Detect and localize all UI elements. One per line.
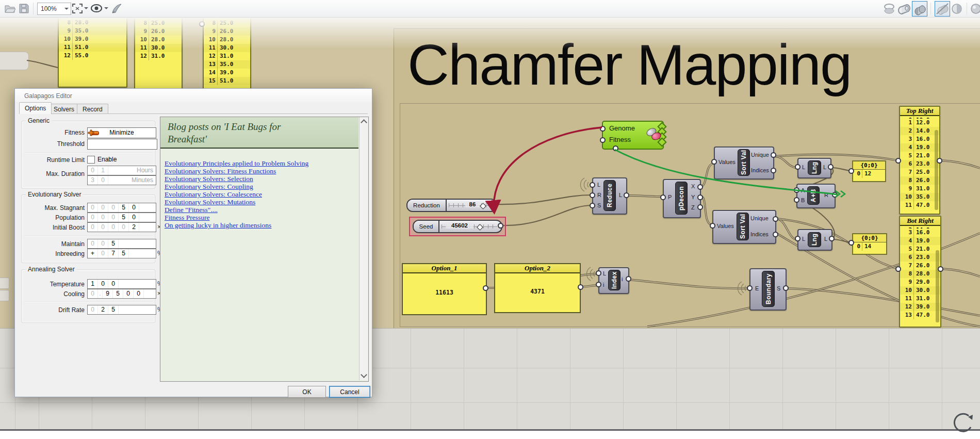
port-dot[interactable] — [613, 145, 618, 151]
port-dot[interactable] — [697, 204, 703, 210]
cancel-button[interactable]: Cancel — [329, 386, 370, 398]
eye-icon[interactable] — [90, 4, 103, 13]
scrollbar[interactable] — [359, 117, 368, 380]
port-dot[interactable] — [493, 202, 498, 207]
port-dot[interactable] — [590, 182, 595, 188]
port-dot[interactable] — [771, 152, 776, 158]
mini-panel[interactable]: {0;0} 014 — [852, 233, 887, 255]
port-dot[interactable] — [832, 192, 838, 198]
pen-icon[interactable] — [110, 3, 123, 15]
cooling-field[interactable]: 0.9500 — [87, 289, 156, 299]
port-dot[interactable] — [783, 285, 789, 291]
sortval2-node[interactable]: Values Sort Val Unique Indices — [712, 210, 776, 244]
chevron-down-icon[interactable] — [84, 7, 88, 11]
port-dot[interactable] — [848, 168, 854, 174]
port-dot[interactable] — [600, 137, 606, 143]
preview-off-icon[interactable] — [883, 3, 895, 14]
data-panel[interactable]: 828.0935.01039.01151.01255.0 — [58, 17, 127, 88]
reduce-node[interactable]: L R S Reduce L — [592, 177, 627, 215]
tab-options[interactable]: Options — [19, 102, 52, 114]
port-dot[interactable] — [697, 184, 703, 190]
data-panel[interactable]: 825.0926.01028.01130.01231.01335.01439.0… — [203, 17, 251, 91]
blog-link[interactable]: Evolutionary Principles applied to Probl… — [165, 159, 308, 167]
maintain-field[interactable]: 005 — [87, 239, 156, 249]
port-dot[interactable] — [578, 284, 583, 290]
minutes-field[interactable]: 30Minutes — [87, 175, 156, 185]
galapagos-node[interactable]: Genome Fitness — [602, 121, 664, 150]
blog-link[interactable]: Evolutionary Solvers: Fitness Functions — [165, 167, 308, 175]
port-dot[interactable] — [895, 266, 901, 272]
port-dot[interactable] — [895, 158, 901, 164]
port-dot[interactable] — [199, 21, 205, 27]
port-dot[interactable] — [773, 232, 778, 237]
port-dot[interactable] — [483, 285, 488, 291]
blog-link[interactable]: Evolutionary Solvers: Coalescence — [165, 190, 308, 198]
port-dot[interactable] — [710, 223, 715, 229]
sortval1-node[interactable]: Values Sort Val Unique Indices — [714, 147, 774, 180]
enable-checkbox[interactable] — [87, 156, 95, 164]
preview-sphere-icon[interactable] — [970, 3, 980, 14]
lng2-node[interactable]: L Lng L — [797, 229, 832, 251]
port-dot[interactable] — [937, 158, 942, 164]
tab-record[interactable]: Record — [77, 104, 108, 114]
galapagos-editor-dialog[interactable]: Galapagos Editor Options Solvers Record … — [14, 88, 372, 397]
ok-button[interactable]: OK — [288, 386, 326, 398]
port-dot[interactable] — [848, 240, 854, 246]
panel-scroll-strip[interactable] — [935, 130, 938, 210]
preview-halfsphere-icon[interactable] — [951, 3, 962, 14]
port-dot[interactable] — [590, 192, 595, 198]
port-dot[interactable] — [794, 197, 799, 203]
port-dot[interactable] — [498, 223, 503, 229]
panel-scroll-strip[interactable] — [936, 250, 939, 322]
port-dot[interactable] — [828, 164, 834, 170]
blog-link[interactable]: On getting lucky in higher dimensions — [165, 221, 308, 229]
temperature-field[interactable]: 100 — [87, 279, 156, 289]
max-stagnant-field[interactable]: 00050 — [87, 203, 156, 213]
boundary-node[interactable]: E Boundary S — [749, 268, 787, 311]
port-dot[interactable] — [794, 187, 799, 193]
reduction-slider[interactable]: Reduction 86 — [406, 199, 497, 212]
save-icon[interactable] — [19, 3, 29, 13]
port-dot[interactable] — [596, 270, 601, 276]
port-dot[interactable] — [771, 168, 776, 173]
scroll-down-icon[interactable] — [361, 371, 367, 378]
port-dot[interactable] — [795, 236, 801, 241]
scroll-up-icon[interactable] — [361, 119, 367, 126]
blog-link[interactable]: Define "Fitness".... — [165, 206, 308, 214]
pdecon-node[interactable]: P pDecon X Y Z — [663, 179, 701, 218]
threshold-input[interactable] — [87, 139, 157, 150]
port-dot[interactable] — [600, 126, 606, 132]
top-right-panel[interactable]: Top Right 010.0 112.0214.0316.0419.0521.… — [899, 106, 940, 215]
lng1-node[interactable]: L Lng L — [797, 158, 831, 178]
index-node[interactable]: L i Index i — [598, 267, 629, 294]
dialog-titlebar[interactable]: Galapagos Editor — [15, 89, 372, 102]
zoom-extents-icon[interactable] — [72, 4, 83, 13]
option2-panel[interactable]: Option_2 4371 — [494, 263, 581, 313]
blog-link[interactable]: Evolutionary Solvers: Coupling — [165, 183, 308, 190]
bot-right-panel[interactable]: Bot Right 214.0 316.0419.0521.0623.0726.… — [899, 216, 941, 328]
port-dot[interactable] — [596, 282, 601, 287]
port-dot[interactable] — [590, 203, 595, 208]
fitness-control[interactable]: Minimize — [87, 127, 156, 138]
preview-wireframe-icon[interactable] — [897, 3, 911, 15]
port-dot[interactable] — [711, 159, 717, 165]
chevron-down-icon[interactable] — [104, 7, 108, 11]
tab-solvers[interactable]: Solvers — [48, 104, 80, 114]
open-file-icon[interactable] — [4, 3, 15, 13]
port-dot[interactable] — [829, 236, 835, 241]
data-panel[interactable]: 825.0926.01028.01130.01231.0 — [134, 17, 183, 90]
option1-panel[interactable]: Option_1 11613 — [402, 263, 487, 315]
port-dot[interactable] — [773, 216, 778, 222]
initial-boost-field[interactable]: 00002 — [87, 222, 156, 232]
port-dot[interactable] — [660, 194, 666, 200]
mini-panel[interactable]: {0;0} 012 — [852, 160, 886, 182]
hours-field[interactable]: 01Hours — [87, 166, 156, 175]
port-dot[interactable] — [938, 266, 943, 272]
ab-node[interactable]: A B A+B R — [796, 184, 836, 208]
drift-rate-field[interactable]: 025 — [87, 305, 156, 315]
population-field[interactable]: 00050 — [87, 213, 156, 222]
port-dot[interactable] — [795, 164, 801, 170]
zoom-combo[interactable]: 100% — [37, 3, 71, 15]
port-dot[interactable] — [747, 285, 753, 291]
port-dot[interactable] — [624, 192, 629, 198]
